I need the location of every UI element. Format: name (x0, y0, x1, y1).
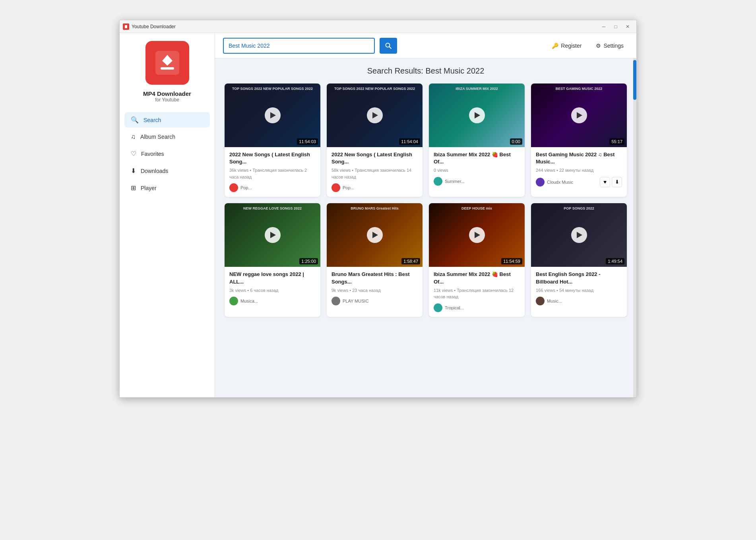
video-title: NEW reggae love songs 2022 | ALL... (229, 271, 316, 285)
video-channel: Music... (536, 297, 622, 305)
channel-name: Musica... (240, 299, 258, 303)
thumb-overlay (327, 84, 423, 147)
sidebar: MP4 Downloader for Youtube 🔍 Search ♫ Al… (120, 33, 215, 397)
video-card[interactable]: IBIZA SUMMER MIX 2022 0:00 Ibiza Summer … (429, 84, 525, 197)
app-subtitle: for Youtube (155, 97, 179, 103)
register-button[interactable]: 🔑 Register (547, 39, 586, 52)
video-title: Best English Songs 2022 - Billboard Hot.… (536, 271, 622, 285)
video-thumbnail: DEEP HOUSE mix 11:54:59 (429, 203, 525, 267)
channel-info: Pop... (229, 183, 252, 192)
register-label: Register (561, 43, 582, 49)
video-meta: 11k views • Трансляция закончилась 12 ча… (434, 287, 520, 300)
duration-badge: 11:54:03 (297, 138, 318, 145)
channel-info: Pop... (331, 183, 354, 192)
duration-badge: 1:58:47 (401, 258, 420, 264)
play-button[interactable] (265, 227, 281, 243)
thumb-overlay (327, 203, 423, 267)
video-meta: 244 views • 22 минуты назад (536, 167, 622, 174)
video-card[interactable]: TOP SONGS 2022 NEW POPULAR SONGS 2022 11… (225, 84, 320, 197)
heart-icon: ♡ (131, 150, 136, 157)
sidebar-nav: 🔍 Search ♫ Album Search ♡ Favorites ⬇ Do… (120, 112, 215, 196)
play-button[interactable] (469, 227, 485, 243)
channel-info: Music... (536, 297, 562, 305)
video-meta: 166 views • 54 минуты назад (536, 287, 622, 294)
channel-name: Pop... (343, 185, 354, 190)
maximize-button[interactable]: □ (610, 22, 621, 31)
video-channel: Summer... (434, 177, 520, 186)
video-title: Ibiza Summer Mix 2022 🍓 Best Of... (434, 271, 520, 285)
close-button[interactable]: ✕ (622, 22, 633, 31)
main-layout: MP4 Downloader for Youtube 🔍 Search ♫ Al… (120, 33, 636, 397)
svg-rect-4 (161, 67, 174, 70)
sidebar-item-favorites[interactable]: ♡ Favorites (124, 146, 210, 161)
search-icon: 🔍 (131, 116, 139, 124)
video-title: Best Gaming Music 2022 ♫ Best Music... (536, 151, 622, 165)
app-window: Youtube Downloader ─ □ ✕ MP4 Downloader … (119, 20, 637, 398)
channel-info: Tropical... (434, 303, 464, 312)
results-area: Search Results: Best Music 2022 TOP SONG… (215, 58, 636, 397)
download-button[interactable]: ⬇ (612, 177, 622, 187)
thumb-overlay (429, 84, 525, 147)
video-meta: 0 views (434, 167, 520, 174)
duration-badge: 11:54:04 (399, 138, 420, 145)
play-button[interactable] (367, 107, 383, 123)
settings-button[interactable]: ⚙ Settings (591, 39, 628, 52)
duration-badge: 1:25:00 (299, 258, 318, 264)
duration-badge: 1:49:54 (606, 258, 624, 264)
video-info: Best Gaming Music 2022 ♫ Best Music... 2… (531, 147, 627, 192)
video-card[interactable]: NEW REGGAE LOVE SONGS 2022 1:25:00 NEW r… (225, 203, 320, 317)
sidebar-item-label-album: Album Search (140, 134, 175, 140)
play-button[interactable] (367, 227, 383, 243)
video-info: 2022 New Songs ( Latest English Song... … (225, 147, 320, 197)
sidebar-item-search[interactable]: 🔍 Search (124, 112, 210, 128)
play-button[interactable] (571, 227, 587, 243)
channel-info: Cloudx Music (536, 178, 573, 186)
content-area: 🔑 Register ⚙ Settings Search Results: Be… (215, 33, 636, 397)
video-card[interactable]: DEEP HOUSE mix 11:54:59 Ibiza Summer Mix… (429, 203, 525, 317)
video-meta: 3k views • 6 часов назад (229, 287, 316, 294)
video-title: 2022 New Songs ( Latest English Song... (229, 151, 316, 165)
sidebar-item-album-search[interactable]: ♫ Album Search (124, 129, 210, 144)
video-meta: 58k views • Трансляция закончилась 14 ча… (331, 167, 418, 180)
video-thumbnail: BRUNO MARS Greatest Hits 1:58:47 (327, 203, 423, 267)
video-channel: PLAY MUSIC (331, 297, 418, 305)
video-thumbnail: NEW REGGAE LOVE SONGS 2022 1:25:00 (225, 203, 320, 267)
svg-rect-0 (125, 25, 127, 28)
play-button[interactable] (469, 107, 485, 123)
channel-avatar (229, 183, 238, 192)
thumb-overlay (225, 203, 320, 267)
sidebar-item-label-favorites: Favorites (141, 151, 164, 157)
gear-icon: ⚙ (596, 43, 601, 49)
video-card[interactable]: POP SONGS 2022 1:49:54 Best English Song… (531, 203, 627, 317)
minimize-button[interactable]: ─ (598, 22, 609, 31)
video-card[interactable]: BEST GAMING MUSIC 2022 55:17 Best Gaming… (531, 84, 627, 197)
play-button[interactable] (265, 107, 281, 123)
sidebar-logo (145, 41, 189, 85)
video-info: NEW reggae love songs 2022 | ALL... 3k v… (225, 267, 320, 310)
video-card[interactable]: BRUNO MARS Greatest Hits 1:58:47 Bruno M… (327, 203, 423, 317)
favorite-button[interactable]: ♥ (600, 177, 610, 187)
card-actions: ♥ ⬇ (600, 177, 622, 187)
channel-info: PLAY MUSIC (331, 297, 369, 305)
video-thumbnail: TOP SONGS 2022 NEW POPULAR SONGS 2022 11… (225, 84, 320, 147)
video-channel: Pop... (229, 183, 316, 192)
results-title: Search Results: Best Music 2022 (225, 66, 627, 76)
video-card[interactable]: TOP SONGS 2022 NEW POPULAR SONGS 2022 11… (327, 84, 423, 197)
key-icon: 🔑 (552, 43, 558, 49)
scrollbar-track[interactable] (633, 58, 636, 397)
toolbar: 🔑 Register ⚙ Settings (215, 33, 636, 58)
video-thumbnail: POP SONGS 2022 1:49:54 (531, 203, 627, 267)
video-info: Ibiza Summer Mix 2022 🍓 Best Of... 0 vie… (429, 147, 525, 190)
search-button[interactable] (380, 38, 397, 54)
search-input[interactable] (223, 38, 375, 54)
channel-name: PLAY MUSIC (343, 299, 369, 303)
video-thumbnail: TOP SONGS 2022 NEW POPULAR SONGS 2022 11… (327, 84, 423, 147)
play-button[interactable] (571, 107, 587, 123)
duration-badge: 55:17 (609, 138, 624, 145)
channel-avatar (536, 178, 545, 186)
channel-name: Pop... (240, 185, 252, 190)
sidebar-item-player[interactable]: ⊞ Player (124, 180, 210, 196)
scrollbar-thumb[interactable] (633, 60, 636, 100)
thumb-overlay (429, 203, 525, 267)
sidebar-item-downloads[interactable]: ⬇ Downloads (124, 163, 210, 179)
